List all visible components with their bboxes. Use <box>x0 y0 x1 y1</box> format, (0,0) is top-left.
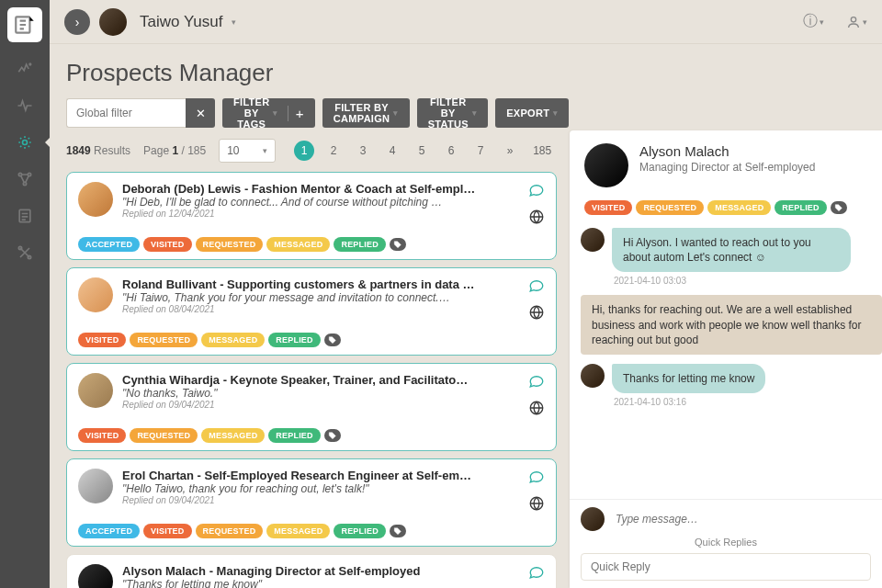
filter-campaign-button[interactable]: FILTER BY CAMPAIGN▾ <box>322 98 410 128</box>
msg-avatar <box>581 364 605 388</box>
svg-point-9 <box>851 17 855 21</box>
tag-accepted: ACCEPTED <box>78 524 140 538</box>
prospect-avatar <box>78 182 113 217</box>
global-filter-clear[interactable]: ✕ <box>186 98 215 128</box>
tag-add[interactable] <box>324 334 341 346</box>
page-6[interactable]: 6 <box>441 141 461 161</box>
tag-visited: VISITED <box>584 200 632 215</box>
export-button[interactable]: EXPORT▾ <box>495 98 569 128</box>
user-avatar[interactable] <box>99 8 127 36</box>
per-page-select[interactable]: 10▾ <box>219 139 276 163</box>
tag-requested: REQUESTED <box>130 428 198 443</box>
prospect-date: Replied on 08/04/2021 <box>122 304 519 314</box>
account-menu[interactable]: ▾ <box>846 15 867 29</box>
prospect-card[interactable]: Cynthia Wihardja - Keynote Speaker, Trai… <box>66 363 557 451</box>
quick-replies-label: Quick Replies <box>581 537 871 548</box>
tag-add[interactable] <box>831 201 847 214</box>
sidebar <box>0 0 50 588</box>
quick-reply-input[interactable] <box>581 553 871 581</box>
page-4[interactable]: 4 <box>382 141 402 161</box>
message-input[interactable] <box>612 507 871 531</box>
globe-icon[interactable] <box>528 209 545 230</box>
results-count: 1849 <box>66 144 91 157</box>
globe-icon[interactable] <box>528 400 545 421</box>
msg-time: 2021-04-10 03:03 <box>614 276 882 286</box>
prospect-date: Replied on 09/04/2021 <box>122 495 519 505</box>
tag-accepted: ACCEPTED <box>78 237 140 252</box>
tag-messaged: MESSAGED <box>266 524 330 538</box>
page-5[interactable]: 5 <box>412 141 432 161</box>
page-»[interactable]: » <box>500 141 520 161</box>
page-1[interactable]: 1 <box>294 141 314 161</box>
filter-status-button[interactable]: FILTER BY STATUS▾ <box>417 98 488 128</box>
chat-icon[interactable] <box>528 373 545 394</box>
nav-document-icon[interactable] <box>15 206 35 226</box>
globe-icon[interactable] <box>528 304 545 325</box>
app-logo <box>7 7 42 42</box>
prospect-tags: ACCEPTEDVISITEDREQUESTEDMESSAGEDREPLIED <box>78 237 545 252</box>
nav-tools-icon[interactable] <box>15 243 35 263</box>
prospect-card[interactable]: Deborah (Deb) Lewis - Fashion Mentor & C… <box>66 172 557 260</box>
user-menu-caret[interactable]: ▾ <box>232 17 236 27</box>
detail-role: Managing Director at Self-employed <box>639 161 815 174</box>
info-menu[interactable]: ⓘ▾ <box>803 12 824 31</box>
nav-activity-icon[interactable] <box>15 59 35 79</box>
tag-visited: VISITED <box>78 333 126 347</box>
prospect-message: "Hi Deb, I'll be glad to connect... And … <box>122 196 519 209</box>
tag-messaged: MESSAGED <box>201 333 265 347</box>
prospect-avatar <box>78 373 113 408</box>
svg-point-5 <box>23 182 26 185</box>
composer: Quick Replies <box>570 499 882 588</box>
tag-replied: REPLIED <box>334 237 385 252</box>
prospect-card[interactable]: Erol Chartan - Self-Employed Research En… <box>66 458 557 547</box>
page-2[interactable]: 2 <box>323 141 344 161</box>
prospect-avatar <box>78 277 113 312</box>
prospect-tags: VISITEDREQUESTEDMESSAGEDREPLIED <box>78 333 545 347</box>
prospect-title: Roland Bullivant - Supporting customers … <box>122 277 519 291</box>
global-filter-input[interactable] <box>66 98 186 128</box>
prospect-avatar <box>78 564 113 588</box>
prospect-date: Replied on 12/04/2021 <box>122 209 519 219</box>
tag-visited: VISITED <box>143 524 191 538</box>
main: › Taiwo Yusuf ▾ ⓘ▾ ▾ Prospects Manager ✕… <box>50 0 882 588</box>
tag-replied: REPLIED <box>268 333 320 347</box>
tag-visited: VISITED <box>78 428 126 443</box>
nav-workflow-icon[interactable] <box>15 169 35 189</box>
composer-avatar <box>581 507 605 531</box>
tag-requested: REQUESTED <box>196 237 264 252</box>
prospect-tags: ACCEPTEDVISITEDREQUESTEDMESSAGEDREPLIED <box>78 524 545 538</box>
chat-icon[interactable] <box>528 277 545 299</box>
prospect-tags: VISITEDREQUESTEDMESSAGEDREPLIED <box>78 428 545 443</box>
topbar: › Taiwo Yusuf ▾ ⓘ▾ ▾ <box>50 0 882 44</box>
prospect-card[interactable]: Roland Bullivant - Supporting customers … <box>66 267 557 356</box>
plus-icon: + <box>288 106 304 121</box>
prospect-date: Replied on 09/04/2021 <box>122 400 519 410</box>
msg-out: Hi Alyson. I wanted to reach out to you … <box>612 228 851 272</box>
tag-add[interactable] <box>390 238 406 251</box>
page-3[interactable]: 3 <box>353 141 373 161</box>
detail-name: Alyson Malach <box>639 143 815 159</box>
tag-replied: REPLIED <box>334 524 385 538</box>
page-title: Prospects Manager <box>66 59 557 87</box>
prospect-message: "Hello Taiwo, thank you for reaching out… <box>122 482 519 495</box>
nav-forward-button[interactable]: › <box>64 9 90 35</box>
prospect-card[interactable]: Alyson Malach - Managing Director at Sel… <box>66 554 557 588</box>
page-185[interactable]: 185 <box>529 141 555 161</box>
page-7[interactable]: 7 <box>470 141 491 161</box>
nav-pulse-icon[interactable] <box>15 96 35 116</box>
tag-add[interactable] <box>390 525 406 537</box>
nav-prospects-icon[interactable] <box>15 132 35 153</box>
prospect-message: "Hi Taiwo, Thank you for your message an… <box>122 291 519 304</box>
filter-bar: ✕ FILTER BY TAGS▾+ FILTER BY CAMPAIGN▾ F… <box>66 98 557 128</box>
filter-tags-button[interactable]: FILTER BY TAGS▾+ <box>222 98 315 128</box>
chat-thread: Hi Alyson. I wanted to reach out to you … <box>570 224 882 499</box>
center-column: Prospects Manager ✕ FILTER BY TAGS▾+ FIL… <box>66 44 570 588</box>
chat-icon[interactable] <box>528 182 545 203</box>
pagination: 1234567»185 <box>294 141 555 161</box>
globe-icon[interactable] <box>528 495 545 516</box>
chat-icon[interactable] <box>528 564 545 585</box>
prospect-title: Cynthia Wihardja - Keynote Speaker, Trai… <box>122 373 519 387</box>
tag-add[interactable] <box>324 429 341 442</box>
chat-icon[interactable] <box>528 469 545 490</box>
detail-avatar <box>584 143 628 187</box>
